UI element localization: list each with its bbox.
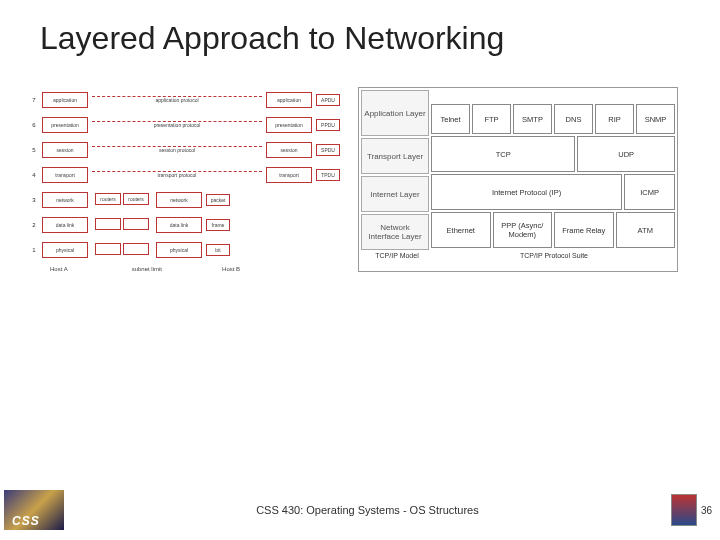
osi-footer-hosta: Host A	[50, 266, 68, 272]
footer-text: CSS 430: Operating Systems - OS Structur…	[64, 504, 671, 516]
osi-layer-box: data link	[156, 217, 202, 233]
tcpip-layer: Transport Layer	[361, 138, 429, 174]
tcpip-footer-model: TCP/IP Model	[361, 252, 433, 259]
osi-pdu: APDU	[316, 94, 340, 106]
osi-pdu: packet	[206, 194, 230, 206]
tcpip-layer: Internet Layer	[361, 176, 429, 212]
subnet-box	[123, 243, 149, 255]
tcpip-layer: Network Interface Layer	[361, 214, 429, 250]
osi-footer-hostb: Host B	[222, 266, 240, 272]
suite-box: Ethernet	[431, 212, 491, 248]
suite-box: UDP	[577, 136, 675, 172]
tcpip-transport-row: TCP UDP	[431, 136, 675, 172]
osi-protocol: application protocol	[92, 96, 262, 103]
osi-layer-box: application	[42, 92, 88, 108]
osi-footer-mid: subnet limit	[132, 266, 162, 272]
osi-pdu: frame	[206, 219, 230, 231]
tcpip-footer-suite: TCP/IP Protocol Suite	[433, 252, 675, 259]
osi-num: 5	[30, 147, 38, 153]
osi-num: 1	[30, 247, 38, 253]
suite-box: SNMP	[636, 104, 675, 134]
osi-pdu: SPDU	[316, 144, 340, 156]
osi-num: 3	[30, 197, 38, 203]
osi-num: 6	[30, 122, 38, 128]
osi-diagram: 7applicationapplication protocolapplicat…	[30, 87, 340, 272]
osi-layer-box: session	[42, 142, 88, 158]
book-thumbnail-icon	[671, 494, 697, 526]
osi-protocol: transport protocol	[92, 171, 262, 178]
osi-layer-box: application	[266, 92, 312, 108]
osi-pdu: PPDU	[316, 119, 340, 131]
tcpip-diagram: Application Layer Transport Layer Intern…	[358, 87, 678, 272]
osi-layer-box: presentation	[266, 117, 312, 133]
osi-protocol: presentation protocol	[92, 121, 262, 128]
tcpip-footer: TCP/IP Model TCP/IP Protocol Suite	[361, 252, 675, 259]
osi-footer: Host A subnet limit Host B	[30, 266, 340, 272]
osi-pdu: TPDU	[316, 169, 340, 181]
osi-layer-box: physical	[156, 242, 202, 258]
suite-box: ICMP	[624, 174, 675, 210]
subnet-box: routers	[123, 193, 149, 205]
suite-box: Frame Relay	[554, 212, 614, 248]
subnet-box: routers	[95, 193, 121, 205]
tcpip-internet-row: Internet Protocol (IP) ICMP	[431, 174, 675, 210]
suite-box: FTP	[472, 104, 511, 134]
suite-box: Internet Protocol (IP)	[431, 174, 622, 210]
slide-title: Layered Approach to Networking	[0, 0, 720, 57]
suite-box: TCP	[431, 136, 575, 172]
osi-num: 2	[30, 222, 38, 228]
osi-layer-box: data link	[42, 217, 88, 233]
osi-layer-box: physical	[42, 242, 88, 258]
subnet-box	[95, 218, 121, 230]
suite-box: Telnet	[431, 104, 470, 134]
osi-num: 7	[30, 97, 38, 103]
tcpip-app-row: Telnet FTP SMTP DNS RIP SNMP	[431, 104, 675, 134]
osi-layer-box: presentation	[42, 117, 88, 133]
css-logo	[4, 490, 64, 530]
tcpip-net-row: Ethernet PPP (Async/ Modem) Frame Relay …	[431, 212, 675, 248]
osi-layer-box: session	[266, 142, 312, 158]
slide-footer: CSS 430: Operating Systems - OS Structur…	[0, 490, 720, 530]
tcpip-layer: Application Layer	[361, 90, 429, 136]
osi-subnet: routersrouters	[92, 193, 152, 207]
suite-box: RIP	[595, 104, 634, 134]
tcpip-suite-column: Telnet FTP SMTP DNS RIP SNMP TCP UDP Int…	[431, 90, 675, 250]
osi-layer-box: transport	[266, 167, 312, 183]
osi-subnet	[92, 218, 152, 232]
osi-pdu: bit	[206, 244, 230, 256]
suite-box: DNS	[554, 104, 593, 134]
subnet-box	[95, 243, 121, 255]
osi-layer-box: transport	[42, 167, 88, 183]
page-number: 36	[701, 505, 712, 516]
osi-layer-box: network	[156, 192, 202, 208]
osi-subnet	[92, 243, 152, 257]
osi-layer-box: network	[42, 192, 88, 208]
suite-box: SMTP	[513, 104, 552, 134]
suite-box: ATM	[616, 212, 676, 248]
slide-content: 7applicationapplication protocolapplicat…	[0, 57, 720, 272]
tcpip-layer-column: Application Layer Transport Layer Intern…	[361, 90, 429, 250]
osi-num: 4	[30, 172, 38, 178]
subnet-box	[123, 218, 149, 230]
suite-box: PPP (Async/ Modem)	[493, 212, 553, 248]
osi-protocol: session protocol	[92, 146, 262, 153]
